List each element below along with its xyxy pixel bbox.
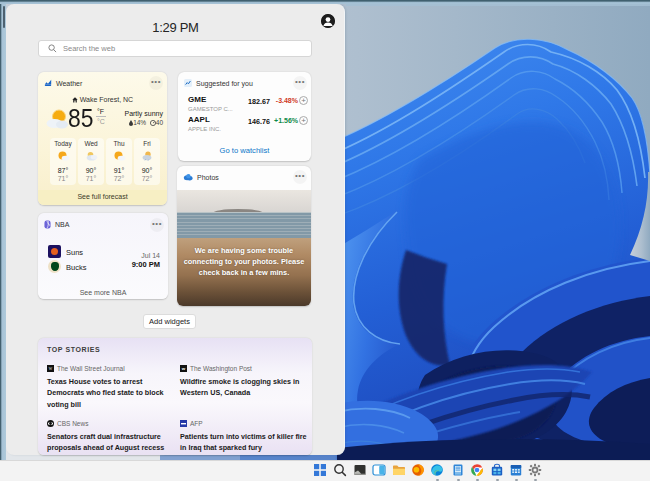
svg-text:W: W [49, 367, 53, 371]
svg-text:w: w [181, 366, 186, 371]
